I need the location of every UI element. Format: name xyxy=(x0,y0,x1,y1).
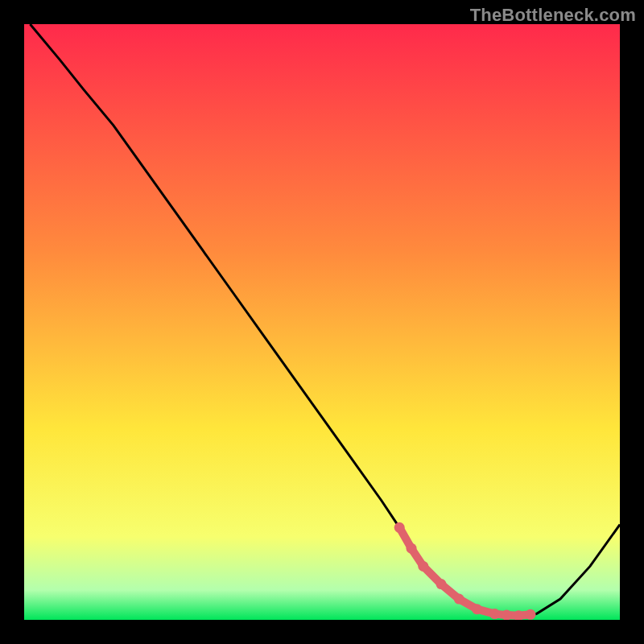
optimal-marker-dot xyxy=(394,522,405,533)
chart-frame: TheBottleneck.com xyxy=(0,0,644,644)
optimal-marker-dot xyxy=(502,610,512,620)
optimal-marker-dot xyxy=(436,579,447,589)
plot-area xyxy=(24,24,620,620)
chart-svg xyxy=(24,24,620,620)
optimal-marker-dot xyxy=(489,609,500,619)
optimal-marker-dot xyxy=(472,604,482,614)
optimal-marker-dot xyxy=(407,543,417,554)
watermark-text: TheBottleneck.com xyxy=(470,5,636,26)
optimal-marker-dot xyxy=(418,561,428,572)
optimal-marker-dot xyxy=(526,609,536,620)
gradient-background xyxy=(24,24,620,620)
optimal-marker-dot xyxy=(454,594,464,605)
